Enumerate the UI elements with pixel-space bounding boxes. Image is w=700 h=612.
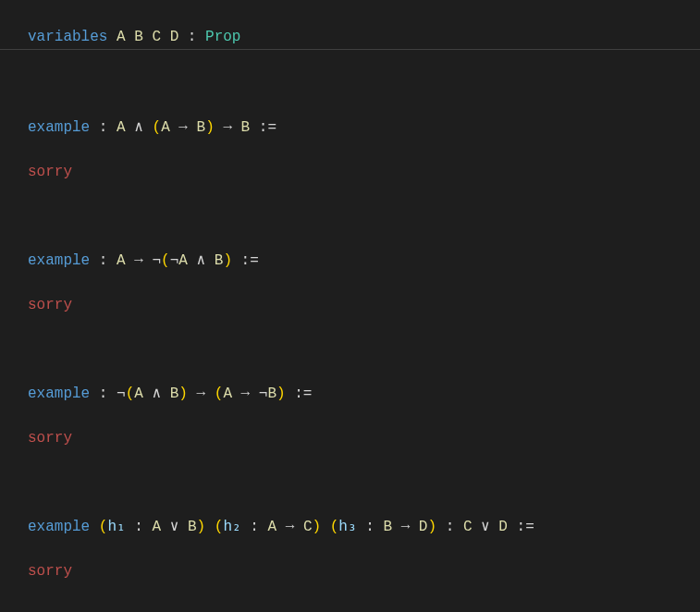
code-line-empty	[0, 471, 700, 494]
keyword-example: example	[28, 119, 90, 136]
code-line: example : A → ¬(¬A ∧ B) :=	[0, 250, 700, 272]
code-line-empty	[0, 72, 700, 94]
keyword-sorry: sorry	[28, 430, 72, 447]
hypothesis: h₂	[223, 519, 240, 535]
keyword-example: example	[28, 386, 90, 402]
code-line-empty	[0, 605, 700, 612]
code-line: sorry	[0, 294, 700, 316]
code-line: sorry	[0, 161, 700, 183]
keyword-variables: variables	[28, 29, 107, 45]
hypothesis: h₁	[107, 519, 125, 535]
code-line: variables A B C D : Prop	[0, 26, 700, 50]
identifiers: A B C D	[107, 29, 187, 45]
code-line: example : ¬(A ∧ B) → (A → ¬B) :=	[0, 383, 700, 405]
code-line-empty	[0, 205, 700, 227]
code-line: sorry	[0, 427, 700, 449]
keyword-example: example	[28, 519, 90, 535]
colon: :	[188, 29, 205, 45]
code-line: example (h₁ : A ∨ B) (h₂ : A → C) (h₃ : …	[0, 516, 700, 538]
type-prop: Prop	[205, 29, 240, 45]
keyword-sorry: sorry	[28, 297, 72, 313]
code-line: sorry	[0, 560, 700, 582]
keyword-example: example	[28, 252, 90, 269]
code-editor[interactable]: variables A B C D : Prop example : A ∧ (…	[0, 0, 700, 612]
code-line-empty	[0, 338, 700, 361]
hypothesis: h₃	[338, 519, 356, 535]
keyword-sorry: sorry	[28, 164, 72, 180]
code-line: example : A ∧ (A → B) → B :=	[0, 116, 700, 139]
keyword-sorry: sorry	[28, 563, 72, 580]
